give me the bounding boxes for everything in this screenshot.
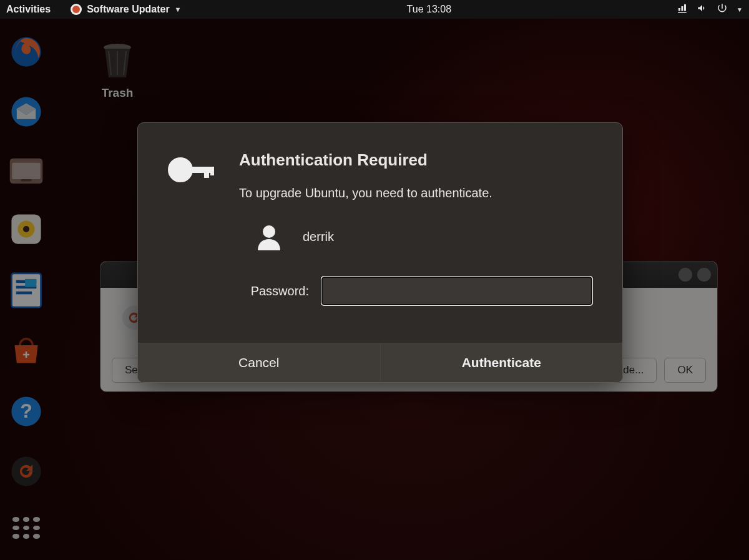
system-menu-chevron-icon[interactable]: ▼ — [737, 6, 743, 13]
svg-point-24 — [263, 225, 275, 238]
app-menu[interactable]: Software Updater ▼ — [71, 4, 181, 15]
svg-point-20 — [177, 167, 184, 173]
clock[interactable]: Tue 13:08 — [182, 4, 677, 15]
svg-rect-23 — [210, 167, 214, 175]
authenticate-button[interactable]: Authenticate — [381, 343, 623, 382]
activities-button[interactable]: Activities — [6, 4, 51, 15]
password-label: Password: — [239, 284, 309, 298]
power-icon[interactable] — [717, 2, 728, 16]
chevron-down-icon: ▼ — [175, 6, 182, 13]
svg-rect-22 — [204, 167, 209, 178]
volume-icon[interactable] — [697, 2, 708, 16]
password-input[interactable] — [321, 277, 592, 305]
svg-rect-21 — [188, 167, 214, 173]
software-updater-icon — [71, 4, 82, 15]
user-avatar-icon — [254, 222, 284, 252]
auth-message: To upgrade Ubuntu, you need to authentic… — [239, 186, 592, 200]
top-panel: Activities Software Updater ▼ Tue 13:08 … — [0, 0, 749, 19]
network-icon[interactable] — [677, 2, 688, 16]
auth-title: Authentication Required — [239, 150, 592, 170]
app-menu-label: Software Updater — [87, 4, 169, 15]
key-icon — [168, 150, 217, 305]
auth-username: derrik — [303, 230, 334, 244]
cancel-button[interactable]: Cancel — [138, 343, 381, 382]
authentication-dialog: Authentication Required To upgrade Ubunt… — [137, 122, 623, 383]
